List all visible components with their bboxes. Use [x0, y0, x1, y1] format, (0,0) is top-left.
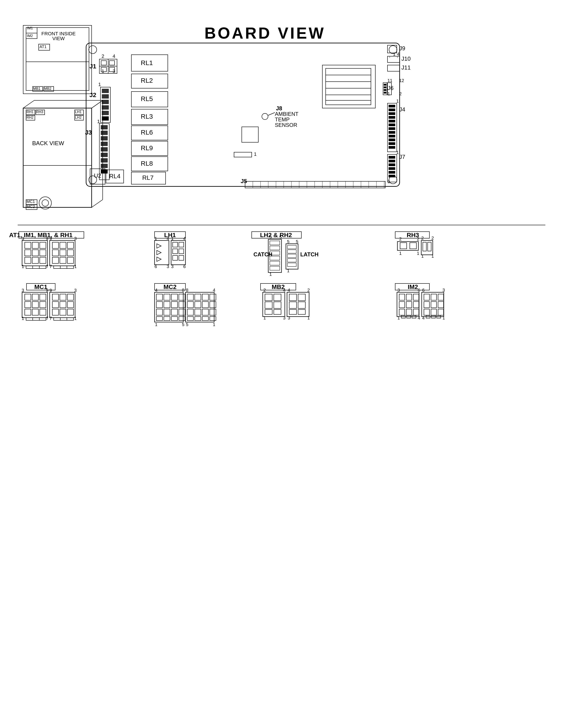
svg-rect-308: [60, 318, 67, 320]
svg-text:J6: J6: [388, 85, 394, 91]
svg-text:4: 4: [288, 288, 290, 293]
svg-text:1: 1: [399, 251, 402, 256]
svg-rect-233: [179, 255, 184, 260]
svg-rect-204: [67, 250, 73, 256]
svg-rect-225: [171, 240, 185, 265]
svg-rect-293: [50, 292, 75, 318]
svg-text:AT1: AT1: [39, 45, 47, 49]
svg-rect-408: [424, 309, 430, 315]
svg-rect-206: [60, 257, 66, 263]
svg-rect-350: [187, 317, 193, 321]
svg-rect-349: [210, 309, 216, 315]
svg-text:2: 2: [102, 53, 104, 59]
svg-rect-409: [431, 309, 437, 315]
svg-text:4: 4: [167, 236, 169, 241]
svg-rect-340: [202, 294, 208, 300]
svg-rect-386: [406, 294, 412, 300]
svg-text:MC1: MC1: [34, 283, 47, 290]
svg-rect-92: [384, 89, 386, 91]
svg-text:1: 1: [22, 316, 24, 321]
svg-text:3: 3: [288, 315, 290, 320]
svg-text:2: 2: [399, 236, 402, 241]
svg-rect-280: [25, 302, 31, 308]
svg-rect-230: [173, 249, 177, 254]
svg-rect-247: [270, 266, 280, 270]
svg-text:RH3: RH3: [36, 110, 43, 114]
svg-rect-107: [389, 142, 395, 145]
svg-rect-12: [101, 61, 106, 65]
svg-text:2: 2: [307, 288, 310, 293]
svg-text:3: 3: [22, 288, 24, 293]
svg-rect-301: [60, 309, 66, 315]
svg-text:1: 1: [396, 150, 399, 155]
svg-text:4: 4: [418, 315, 420, 320]
svg-text:6: 6: [422, 288, 425, 293]
svg-rect-320: [179, 294, 185, 300]
svg-text:3: 3: [283, 315, 286, 320]
svg-rect-255: [288, 254, 296, 258]
svg-text:1: 1: [74, 264, 77, 269]
svg-text:5: 5: [279, 235, 282, 240]
svg-rect-202: [52, 250, 58, 256]
svg-rect-48: [101, 158, 107, 162]
svg-line-154: [23, 100, 34, 108]
svg-text:4: 4: [113, 53, 115, 59]
svg-text:J2: J2: [89, 92, 96, 98]
svg-rect-377: [298, 310, 305, 314]
svg-rect-295: [60, 294, 66, 300]
svg-rect-101: [389, 120, 395, 122]
svg-rect-347: [195, 309, 201, 315]
svg-text:J8: J8: [276, 105, 282, 111]
svg-text:9: 9: [46, 288, 48, 293]
svg-text:3: 3: [171, 264, 173, 269]
svg-text:7: 7: [46, 316, 48, 321]
svg-rect-389: [406, 302, 412, 308]
svg-rect-285: [40, 309, 46, 315]
svg-text:1: 1: [388, 179, 390, 184]
svg-rect-212: [54, 266, 60, 268]
svg-rect-43: [101, 131, 107, 135]
svg-text:RL5: RL5: [141, 95, 153, 102]
svg-text:RL8: RL8: [141, 160, 153, 167]
svg-text:MB2: MB2: [44, 87, 51, 90]
svg-rect-321: [156, 302, 162, 308]
svg-text:RH2: RH2: [26, 116, 34, 119]
svg-rect-298: [60, 302, 66, 308]
svg-text:4: 4: [397, 52, 399, 56]
svg-rect-198: [50, 240, 75, 266]
svg-rect-273: [428, 242, 431, 251]
svg-rect-105: [389, 135, 395, 137]
svg-text:MC2: MC2: [26, 205, 35, 209]
svg-text:5: 5: [296, 239, 298, 244]
svg-rect-44: [101, 136, 107, 140]
svg-rect-196: [33, 266, 39, 268]
svg-text:5: 5: [182, 322, 184, 327]
svg-rect-387: [413, 294, 419, 300]
svg-text:2: 2: [399, 91, 402, 96]
svg-rect-97: [389, 105, 395, 107]
svg-rect-375: [298, 302, 305, 308]
svg-rect-325: [156, 309, 162, 315]
svg-text:LH1: LH1: [75, 110, 81, 114]
svg-rect-254: [288, 250, 296, 253]
svg-text:RL6: RL6: [141, 129, 153, 136]
svg-rect-353: [210, 317, 216, 321]
svg-text:1: 1: [393, 52, 396, 56]
svg-rect-283: [25, 309, 31, 315]
svg-rect-232: [173, 255, 177, 260]
svg-text:1: 1: [102, 68, 104, 74]
svg-rect-294: [52, 294, 58, 300]
svg-rect-77: [326, 68, 371, 105]
svg-rect-229: [179, 242, 184, 247]
svg-rect-372: [289, 294, 297, 301]
svg-rect-108: [389, 146, 395, 149]
svg-rect-373: [298, 294, 305, 301]
svg-text:3: 3: [113, 68, 115, 74]
svg-text:MB2: MB2: [271, 283, 285, 290]
svg-text:5: 5: [287, 239, 290, 244]
svg-rect-277: [25, 294, 31, 300]
svg-rect-256: [288, 259, 296, 262]
svg-text:3: 3: [398, 288, 400, 293]
svg-rect-207: [67, 257, 73, 263]
svg-text:2: 2: [431, 236, 434, 240]
